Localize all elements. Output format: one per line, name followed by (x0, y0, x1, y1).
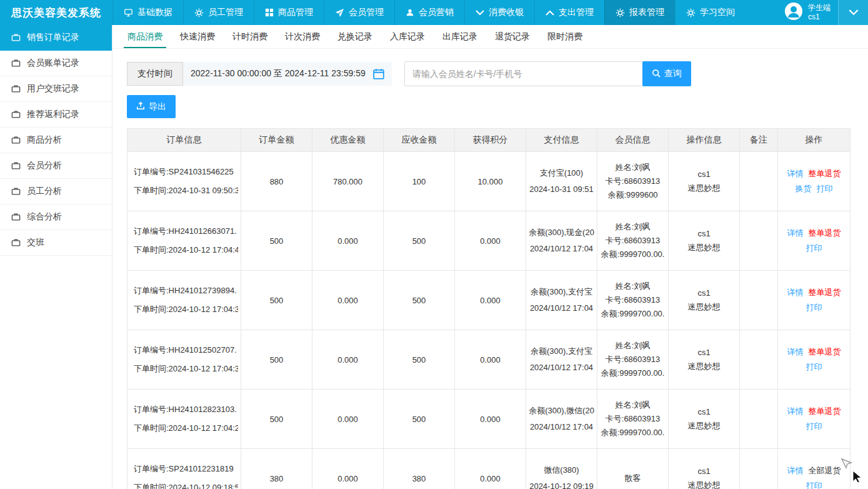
briefcase-icon (11, 59, 21, 68)
export-button[interactable]: 导出 (127, 95, 176, 118)
nav-item-staff[interactable]: 员工管理 (183, 0, 254, 25)
detail-link[interactable]: 详情 (787, 287, 804, 298)
detail-link[interactable]: 详情 (787, 168, 804, 179)
refund-order-link[interactable]: 整单退货 (809, 287, 841, 298)
sidebar-item-referral-rebates[interactable]: 推荐返利记录 (0, 102, 112, 128)
pay-method: 余额(300),支付宝 (529, 343, 594, 360)
detail-link[interactable]: 详情 (787, 346, 804, 358)
col-member-info: 会员信息 (597, 129, 669, 152)
filter-bar: 支付时间 2022-11-30 00:00:00 至 2024-12-11 23… (127, 61, 868, 86)
query-button[interactable]: 查询 (642, 61, 691, 86)
order-amount: 500 (241, 211, 312, 271)
top-navbar: 思沃美容美发系统 基础数据 员工管理 商品管理 会员管理 会员营销 (0, 0, 868, 25)
print-link[interactable]: 打印 (806, 243, 822, 254)
tab-product-consumption[interactable]: 商品消费 (119, 25, 171, 48)
tab-exchange-records[interactable]: 兑换记录 (329, 25, 381, 48)
nav-item-basic-data[interactable]: 基础数据 (112, 0, 183, 25)
sidebar-item-comprehensive-analysis[interactable]: 综合分析 (0, 204, 112, 230)
refund-order-link[interactable]: 整单退货 (809, 346, 841, 358)
member-balance: 余额:9999700.00. (600, 426, 666, 440)
pay-time: 2024/10/12 17:04 (529, 419, 594, 435)
tab-limited-time-consumption[interactable]: 限时消费 (539, 25, 591, 48)
col-order-info: 订单信息 (127, 129, 241, 152)
sidebar: 销售订单记录 会员账单记录 用户交班记录 推荐返利记录 商品分析 会员分析 (0, 25, 112, 489)
order-amount: 500 (241, 330, 312, 390)
order-amount: 500 (241, 390, 312, 449)
detail-link[interactable]: 详情 (787, 465, 804, 476)
refund-order-link[interactable]: 整单退货 (809, 406, 841, 417)
tab-outbound-records[interactable]: 出库记录 (434, 25, 486, 48)
member-name: 散客 (600, 471, 666, 485)
sidebar-item-label: 会员账单记录 (27, 58, 79, 69)
remark-cell (740, 152, 778, 211)
date-range-field[interactable]: 2022-11-30 00:00:00 至 2024-12-11 23:59:5… (183, 62, 392, 86)
order-time: 下单时间:2024-10-12 17:04:3 (134, 360, 238, 378)
order-time: 下单时间:2024-10-31 09:50:3 (134, 181, 238, 200)
nav-item-label: 消费收银 (489, 7, 524, 18)
col-points-earned: 获得积分 (455, 129, 526, 152)
nav-item-marketing[interactable]: 会员营销 (394, 0, 464, 25)
member-name: 姓名:刘飒 (600, 280, 666, 293)
exchange-link[interactable]: 换货 (796, 183, 812, 194)
sidebar-item-member-analysis[interactable]: 会员分析 (0, 153, 112, 179)
discount-amount: 0.000 (312, 449, 384, 489)
sidebar-item-staff-analysis[interactable]: 员工分析 (0, 179, 112, 204)
table-row: 订单编号:HH241012739894. 下单时间:2024-10-12 17:… (127, 271, 851, 330)
sidebar-item-sales-orders[interactable]: 销售订单记录 (0, 25, 112, 51)
member-name: 姓名:刘飒 (600, 339, 666, 353)
nav-item-learning[interactable]: 学习空间 (675, 0, 746, 25)
print-link[interactable]: 打印 (806, 421, 822, 432)
tab-return-records[interactable]: 退货记录 (486, 25, 539, 48)
print-link[interactable]: 打印 (806, 361, 822, 373)
member-name: 姓名:刘飒 (600, 220, 666, 234)
member-card: 卡号:68603913 (600, 293, 666, 307)
tab-timed-consumption[interactable]: 计时消费 (224, 25, 276, 48)
receivable-amount: 500 (384, 211, 455, 271)
chevron-down-icon (849, 7, 859, 18)
points-earned: 0.000 (455, 211, 526, 271)
pay-time-button[interactable]: 支付时间 (127, 62, 183, 86)
table-row: 订单编号:SP241012231819 下单时间:2024-10-12 09:1… (127, 449, 851, 489)
refund-order-link[interactable]: 整单退货 (809, 228, 841, 239)
briefcase-icon (11, 161, 21, 170)
order-time: 下单时间:2024-10-12 17:04:3 (134, 300, 238, 319)
print-link[interactable]: 打印 (806, 480, 822, 489)
date-range-value: 2022-11-30 00:00:00 至 2024-12-11 23:59:5… (191, 68, 366, 79)
calendar-icon[interactable] (373, 68, 384, 79)
nav-item-reports[interactable]: 报表管理 (604, 0, 675, 25)
tab-inbound-records[interactable]: 入库记录 (381, 25, 434, 48)
sidebar-item-label: 商品分析 (27, 134, 62, 146)
order-time: 下单时间:2024-10-12 09:18:5 (134, 478, 238, 489)
briefcase-icon (11, 136, 21, 144)
table-row: 订单编号:SP241031546225 下单时间:2024-10-31 09:5… (127, 152, 851, 211)
navbar-collapse-button[interactable] (838, 0, 868, 25)
nav-item-label: 员工管理 (208, 7, 243, 18)
operator-name: cs1 (671, 227, 737, 241)
member-search-input[interactable] (404, 61, 643, 86)
chevron-down-icon (476, 10, 484, 16)
nav-item-products[interactable]: 商品管理 (254, 0, 324, 25)
nav-item-cashier[interactable]: 消费收银 (464, 0, 534, 25)
print-link[interactable]: 打印 (806, 302, 822, 313)
refund-order-link[interactable]: 整单退货 (809, 168, 841, 179)
detail-link[interactable]: 详情 (787, 406, 804, 417)
sidebar-item-shift-records[interactable]: 用户交班记录 (0, 76, 112, 102)
sidebar-item-member-bills[interactable]: 会员账单记录 (0, 51, 112, 76)
operator-name: cs1 (671, 168, 737, 181)
receivable-amount: 100 (384, 152, 455, 211)
sidebar-item-label: 综合分析 (27, 211, 62, 223)
refund-all-link[interactable]: 全部退货 (809, 465, 841, 476)
tab-count-consumption[interactable]: 计次消费 (276, 25, 329, 48)
print-link[interactable]: 打印 (817, 183, 833, 194)
detail-link[interactable]: 详情 (787, 228, 804, 239)
tab-quick-consumption[interactable]: 快速消费 (171, 25, 224, 48)
nav-item-expenses[interactable]: 支出管理 (534, 0, 604, 25)
receivable-amount: 500 (384, 390, 455, 449)
discount-amount: 0.000 (312, 390, 384, 449)
nav-item-members[interactable]: 会员管理 (324, 0, 394, 25)
user-menu[interactable]: 学生端 cs1 (777, 0, 838, 25)
operator-name: cs1 (671, 465, 737, 478)
col-operator-info: 操作信息 (669, 129, 740, 152)
sidebar-item-product-analysis[interactable]: 商品分析 (0, 128, 112, 153)
sidebar-item-shift[interactable]: 交班 (0, 230, 112, 256)
